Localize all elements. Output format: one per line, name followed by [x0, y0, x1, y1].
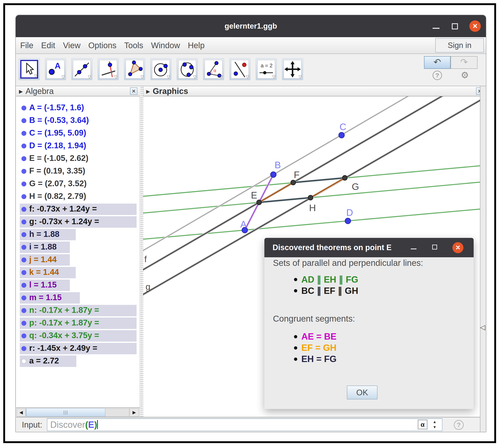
tool-dropdown-icon[interactable]: ▽ [167, 74, 170, 79]
visibility-dot[interactable] [21, 118, 26, 123]
menu-item-edit[interactable]: Edit [41, 41, 55, 50]
title-bar[interactable]: gelernter1.ggb × [16, 15, 486, 37]
visibility-dot[interactable] [21, 245, 26, 250]
caret-right-icon[interactable]: ▶ [146, 89, 150, 94]
algebra-row[interactable]: a = 2.72 [16, 355, 140, 368]
undo-button[interactable]: ↶ [424, 56, 451, 69]
algebra-row[interactable]: H = (0.82, 2.79) [16, 190, 140, 203]
point-E[interactable] [257, 200, 262, 205]
ok-button[interactable]: OK [347, 385, 377, 400]
tool-dropdown-icon[interactable]: ▽ [62, 74, 65, 79]
algebra-row[interactable]: p: -0.17x + 1.87y = [16, 317, 140, 330]
tool-move-graphics-view-button[interactable]: ▽ [282, 58, 303, 80]
command-input[interactable]: Discover(E) α ▲ ▼ [47, 418, 442, 431]
visibility-dot[interactable] [21, 232, 26, 237]
close-icon[interactable]: × [469, 20, 481, 32]
algebra-row[interactable]: h = 1.88 [16, 228, 140, 241]
scroll-left-icon[interactable]: ◀ [16, 408, 26, 416]
algebra-row[interactable]: g: -0.73x + 1.24y = [16, 216, 140, 228]
visibility-dot[interactable] [21, 106, 26, 111]
minimize-icon[interactable] [433, 28, 439, 29]
tool-dropdown-icon[interactable]: ▽ [272, 74, 275, 79]
tool-circle-three-points-button[interactable]: ▽ [177, 58, 198, 80]
visibility-dot[interactable] [21, 295, 26, 300]
visibility-dot[interactable] [21, 321, 26, 326]
tool-dropdown-icon[interactable]: ▽ [193, 74, 196, 79]
point-F[interactable] [291, 180, 296, 185]
algebra-row[interactable]: m = 1.15 [16, 292, 140, 304]
tool-perpendicular-line-button[interactable]: ▽ [98, 58, 119, 80]
spin-down-icon[interactable]: ▼ [431, 425, 438, 430]
point-G[interactable] [342, 176, 347, 180]
point-H[interactable] [308, 195, 313, 200]
menu-item-view[interactable]: View [63, 41, 80, 50]
algebra-row[interactable]: E = (-1.05, 2.62) [16, 152, 140, 165]
visibility-dot[interactable] [21, 169, 26, 174]
tool-dropdown-icon[interactable]: ▽ [88, 74, 91, 79]
scrollbar-thumb[interactable]: ||| [26, 408, 105, 416]
algebra-row[interactable]: l = 1.15 [16, 279, 140, 292]
algebra-row[interactable]: q: -0.34x + 3.75y = [16, 330, 140, 342]
line-bc-thin[interactable] [143, 96, 411, 251]
algebra-row[interactable]: f: -0.73x + 1.24y = [16, 203, 140, 216]
tool-dropdown-icon[interactable]: ▽ [299, 74, 302, 79]
dialog-maximize-icon[interactable] [432, 245, 437, 250]
menu-item-file[interactable]: File [20, 41, 33, 50]
algebra-row[interactable]: B = (-0.53, 3.64) [16, 114, 140, 127]
spin-up-icon[interactable]: ▲ [431, 419, 438, 425]
dialog-close-icon[interactable]: × [453, 242, 463, 253]
visibility-dot[interactable] [21, 131, 26, 136]
menu-item-window[interactable]: Window [151, 41, 180, 50]
redo-button[interactable]: ↷ [451, 56, 478, 69]
algebra-row[interactable]: i = 1.88 [16, 241, 140, 254]
help-icon[interactable]: ? [433, 71, 442, 80]
tool-dropdown-icon[interactable]: ▽ [141, 74, 144, 79]
scroll-right-icon[interactable]: ▶ [130, 408, 139, 416]
visibility-dot[interactable] [21, 220, 26, 224]
visibility-dot[interactable] [21, 207, 26, 212]
scrollbar-track[interactable]: ||| [26, 408, 129, 416]
tool-dropdown-icon[interactable]: ▽ [220, 74, 223, 79]
tool-angle-button[interactable]: α ▽ [203, 58, 224, 80]
input-help-icon[interactable]: ? [454, 420, 464, 430]
visibility-dot[interactable] [21, 334, 26, 338]
graphics-view[interactable]: ABCDEFGHfg Discovered theorems on point … [143, 96, 480, 417]
visibility-dot[interactable] [21, 270, 26, 275]
visibility-dot[interactable] [21, 257, 26, 262]
point-C[interactable] [339, 132, 344, 138]
line-q-green[interactable] [143, 209, 480, 239]
menu-item-options[interactable]: Options [88, 41, 116, 50]
point-D[interactable] [345, 218, 351, 224]
tool-dropdown-icon[interactable]: ▽ [34, 73, 37, 78]
visibility-dot[interactable] [21, 181, 26, 186]
caret-right-icon[interactable]: ▶ [19, 89, 23, 94]
dialog-title-bar[interactable]: Discovered theorems on point E × [264, 238, 474, 257]
tool-line-button[interactable]: ▽ [71, 58, 92, 80]
algebra-row[interactable]: F = (0.19, 3.35) [16, 165, 140, 178]
algebra-row[interactable]: r: -1.45x + 2.49y = [16, 342, 140, 355]
gear-icon[interactable]: ⚙ [461, 70, 469, 80]
algebra-close-icon[interactable]: × [130, 87, 137, 95]
tool-circle-center-point-button[interactable]: ▽ [150, 58, 171, 80]
tool-polygon-button[interactable]: ▽ [124, 58, 145, 80]
visibility-dot[interactable] [21, 346, 26, 351]
visibility-dot[interactable] [21, 283, 26, 288]
algebra-row[interactable]: j = 1.44 [16, 254, 140, 266]
tool-dropdown-icon[interactable]: ▽ [246, 74, 249, 79]
tool-point-button[interactable]: A ▽ [45, 58, 66, 80]
algebra-row[interactable]: G = (2.07, 3.52) [16, 178, 140, 190]
dialog-minimize-icon[interactable] [411, 249, 417, 249]
input-history-spinner[interactable]: ▲ ▼ [431, 419, 438, 430]
collapse-panel-icon[interactable]: ◁ [480, 323, 485, 331]
sign-in-button[interactable]: Sign in [435, 38, 484, 52]
tool-dropdown-icon[interactable]: ▽ [114, 74, 117, 79]
point-B[interactable] [270, 172, 276, 177]
alpha-keyboard-button[interactable]: α [418, 420, 427, 429]
visibility-dot[interactable] [21, 359, 26, 364]
tool-slider-button[interactable]: a = 2 ▽ [256, 58, 277, 80]
panel-divider[interactable] [140, 86, 143, 417]
tool-move-button[interactable]: ▽ [19, 58, 40, 80]
algebra-row[interactable]: C = (1.95, 5.09) [16, 127, 140, 140]
menu-item-tools[interactable]: Tools [124, 41, 143, 50]
menu-item-help[interactable]: Help [188, 41, 204, 50]
